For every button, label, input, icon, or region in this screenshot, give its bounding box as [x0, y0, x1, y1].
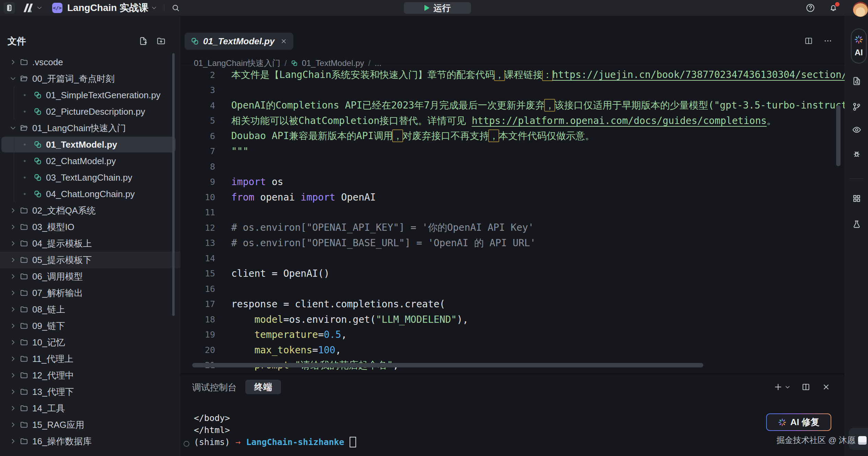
line-number[interactable]: 11: [181, 207, 215, 217]
split-panel-icon[interactable]: [801, 383, 810, 391]
tree-row-folder[interactable]: 13_代理下: [0, 384, 180, 400]
tree-row-folder[interactable]: 15_RAG应用: [0, 417, 180, 433]
tree-row-folder[interactable]: 10_记忆: [0, 334, 180, 351]
terminal-output[interactable]: </body> </html> (shims) → LangChain-shiz…: [194, 412, 356, 448]
tab-debug-console[interactable]: 调试控制台: [192, 380, 237, 394]
code-line[interactable]: 5相关功能可以被ChatCompletion接口替代。详情可见 https://…: [181, 113, 845, 129]
code-line[interactable]: 2本文件是【LangChain系统安装和快速入门】章节的配套代码，课程链接：ht…: [181, 70, 845, 83]
tree-row-folder[interactable]: 09_链下: [0, 318, 180, 334]
code-line[interactable]: 3: [181, 83, 845, 98]
extensions-grid-icon[interactable]: [852, 194, 861, 203]
tab-terminal[interactable]: 终端: [245, 380, 281, 394]
tree-row-file[interactable]: 02_PictureDescription.py: [0, 103, 180, 120]
code-line[interactable]: 6Doubao API兼容最新版本的API调用，对废弃接口不再支持，本文件代码仅…: [181, 128, 845, 144]
code-line[interactable]: 14: [181, 251, 845, 266]
code-line[interactable]: 19 temperature=0.5,: [181, 327, 845, 343]
tree-row-folder[interactable]: 08_链上: [0, 301, 180, 318]
tree-row-folder[interactable]: 07_解析输出: [0, 285, 180, 301]
user-avatar[interactable]: [853, 2, 868, 17]
breadcrumb-file[interactable]: 01_TextModel.py: [302, 58, 364, 68]
tree-row-folder[interactable]: .vscode: [0, 54, 180, 70]
code-line[interactable]: 11: [181, 205, 845, 220]
code-line[interactable]: 12# os.environ["OPENAI_API_KEY"] = '你的Op…: [181, 220, 845, 236]
debug-bug-icon[interactable]: [852, 149, 861, 159]
line-number[interactable]: 10: [181, 192, 215, 202]
close-panel-icon[interactable]: [822, 383, 830, 391]
breadcrumb-folder[interactable]: 01_LangChain快速入门: [194, 58, 280, 69]
new-file-icon[interactable]: [139, 36, 148, 46]
line-number[interactable]: 5: [181, 116, 215, 126]
file-search-icon[interactable]: [852, 76, 861, 86]
code-line[interactable]: 10from openai import OpenAI: [181, 190, 845, 205]
tree-row-folder[interactable]: 12_代理中: [0, 367, 180, 384]
search-icon[interactable]: [171, 3, 180, 12]
tree-row-file[interactable]: 01_SimpleTextGeneration.py: [0, 87, 180, 103]
new-folder-icon[interactable]: [156, 36, 166, 46]
line-number[interactable]: 17: [181, 299, 215, 309]
line-number[interactable]: 9: [181, 177, 215, 187]
code-line[interactable]: 17response = client.completions.create(: [181, 297, 845, 312]
experiments-flask-icon[interactable]: [852, 219, 861, 229]
horizontal-scrollbar[interactable]: [192, 363, 703, 367]
code-line[interactable]: 7""": [181, 144, 845, 159]
line-number[interactable]: 13: [181, 238, 215, 248]
chevron-down-icon[interactable]: [785, 384, 790, 390]
help-icon[interactable]: [806, 3, 815, 13]
breadcrumb-more[interactable]: ...: [375, 58, 382, 68]
ai-fix-button[interactable]: AI 修复: [766, 413, 831, 431]
tree-row-folder[interactable]: 16_操作数据库: [0, 433, 180, 449]
sidebar-scrollbar[interactable]: [172, 53, 175, 316]
tree-row-file[interactable]: 03_TextLangChain.py: [0, 169, 180, 186]
tree-row-folder[interactable]: 11_代理上: [0, 351, 180, 367]
line-number[interactable]: 8: [181, 162, 215, 172]
run-button[interactable]: 运行: [404, 2, 471, 14]
new-terminal-icon[interactable]: [774, 383, 783, 391]
tree-row-folder[interactable]: 04_提示模板上: [0, 235, 180, 252]
line-number[interactable]: 12: [181, 223, 215, 233]
split-editor-icon[interactable]: [804, 36, 813, 45]
tree-row-folder[interactable]: 02_文档QA系统: [0, 202, 180, 219]
code-line[interactable]: 4OpenAI的Completions API已经在2023年7月完成最后一次更…: [181, 98, 845, 113]
tree-row-file[interactable]: 02_ChatModel.py: [0, 153, 180, 169]
tree-row-folder[interactable]: 01_LangChain快速入门: [0, 120, 180, 136]
git-branch-icon[interactable]: [852, 102, 861, 112]
tree-row-folder[interactable]: 05_提示模板下: [0, 252, 180, 268]
code-viewport[interactable]: 2本文件是【LangChain系统安装和快速入门】章节的配套代码，课程链接：ht…: [181, 70, 845, 374]
preview-eye-icon[interactable]: [852, 125, 861, 135]
tree-row-file[interactable]: 04_ChatLongChain.py: [0, 186, 180, 202]
ai-assistant-button[interactable]: AI: [851, 28, 867, 64]
line-number[interactable]: 16: [181, 284, 215, 294]
line-number[interactable]: 2: [181, 70, 215, 80]
close-icon[interactable]: [280, 38, 287, 45]
code-line[interactable]: 16: [181, 281, 845, 297]
line-number[interactable]: 20: [181, 345, 215, 355]
code-line[interactable]: 15client = OpenAI(): [181, 266, 845, 282]
line-number[interactable]: 3: [181, 85, 215, 95]
code-link[interactable]: https://platform.openai.com/docs/guides/…: [472, 115, 767, 126]
code-line[interactable]: 9import os: [181, 174, 845, 190]
line-number[interactable]: 19: [181, 330, 215, 340]
code-line[interactable]: 13# os.environ["OPENAI_BASE_URL"] = 'Ope…: [181, 236, 845, 251]
line-number[interactable]: 18: [181, 315, 215, 324]
tree-row-file[interactable]: 01_TextModel.py: [0, 136, 180, 153]
line-number[interactable]: 14: [181, 253, 215, 263]
editor-tab[interactable]: 01_TextModel.py: [185, 33, 293, 50]
project-title[interactable]: LangChain 实战课: [67, 1, 148, 14]
tree-row-folder[interactable]: 03_模型IO: [0, 219, 180, 235]
chevron-down-icon[interactable]: [36, 5, 43, 11]
toggle-sidebar-button[interactable]: [3, 2, 15, 14]
line-number[interactable]: 6: [181, 131, 215, 141]
tree-row-folder[interactable]: 06_调用模型: [0, 268, 180, 285]
tree-row-folder[interactable]: 00_开篇词_奇点时刻: [0, 70, 180, 87]
code-link[interactable]: https://juejin.cn/book/73877023474361303…: [552, 70, 845, 80]
code-line[interactable]: 8: [181, 159, 845, 174]
code-line[interactable]: 20 max_tokens=100,: [181, 342, 845, 358]
tree-row-folder[interactable]: 14_工具: [0, 400, 180, 417]
line-number[interactable]: 7: [181, 146, 215, 156]
chevron-down-icon[interactable]: [151, 5, 157, 11]
more-actions-icon[interactable]: [823, 36, 832, 45]
vertical-scrollbar[interactable]: [836, 105, 841, 166]
line-number[interactable]: 4: [181, 101, 215, 111]
line-number[interactable]: 15: [181, 269, 215, 278]
code-line[interactable]: 18 model=os.environ.get("LLM_MODELEND"),: [181, 312, 845, 327]
